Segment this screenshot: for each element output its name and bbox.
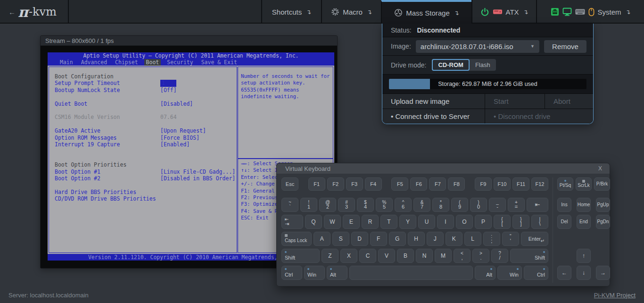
key-f5[interactable]: F5 — [391, 177, 408, 191]
key-a[interactable]: A — [314, 232, 330, 246]
mode-cdrom-button[interactable]: CD-ROM — [432, 59, 469, 71]
key-k[interactable]: K — [446, 232, 462, 246]
key-2[interactable]: @2 — [319, 198, 336, 212]
key-alt-right[interactable]: Alt — [475, 266, 495, 280]
key-home[interactable]: Home — [577, 198, 591, 212]
key-semicolon[interactable]: :; — [483, 232, 500, 246]
menu-macro[interactable]: Macro ↴ — [321, 0, 381, 24]
key-f6[interactable]: F6 — [410, 177, 427, 191]
key-1[interactable]: !1 — [300, 198, 317, 212]
remove-image-button[interactable]: Remove — [544, 40, 586, 53]
keyboard-window-titlebar[interactable]: Virtual Keyboard X — [277, 163, 610, 174]
key-0[interactable]: )0 — [470, 198, 487, 212]
key-f11[interactable]: F11 — [512, 177, 529, 191]
key-arrow-left[interactable]: ← — [557, 266, 571, 280]
key-y[interactable]: Y — [399, 215, 416, 229]
key-w[interactable]: W — [324, 215, 341, 229]
disconnect-drive-button[interactable]: • Disconnect drive — [485, 109, 593, 124]
key-j[interactable]: J — [427, 232, 444, 246]
key-d[interactable]: D — [351, 232, 368, 246]
menu-shortcuts[interactable]: Shortcuts ↴ — [261, 0, 321, 24]
key-z[interactable]: Z — [322, 249, 339, 263]
key-print-screen[interactable]: Pt/Sq — [557, 177, 573, 191]
image-select[interactable]: archlinux-2018.07.01-i686.iso ▼ — [416, 40, 539, 53]
key-9[interactable]: (9 — [451, 198, 468, 212]
key-8[interactable]: *8 — [432, 198, 449, 212]
key-esc[interactable]: Esc — [281, 177, 298, 191]
key-5[interactable]: %5 — [376, 198, 393, 212]
key-tab[interactable]: ⇤⇥ — [281, 215, 303, 229]
key-space[interactable] — [349, 266, 473, 280]
key-backquote[interactable]: ~` — [281, 198, 298, 212]
key-ctrl-right[interactable]: Ctrl — [524, 266, 548, 280]
key-g[interactable]: G — [389, 232, 406, 246]
app-logo[interactable]: π-kvm — [18, 0, 57, 24]
key-s[interactable]: S — [332, 232, 349, 246]
key-arrow-right[interactable]: → — [596, 266, 610, 280]
key-page-up[interactable]: PgUp — [596, 198, 610, 212]
key-r[interactable]: R — [362, 215, 379, 229]
key-f2[interactable]: F2 — [327, 177, 344, 191]
key-enter[interactable]: Enter↵ — [521, 232, 548, 246]
key-delete[interactable]: Del — [557, 215, 571, 229]
mode-flash-button[interactable]: Flash — [470, 59, 496, 71]
key-4[interactable]: $4 — [357, 198, 374, 212]
menu-system[interactable]: System ↴ — [536, 0, 644, 24]
key-bracket-left[interactable]: {[ — [494, 215, 511, 229]
key-n[interactable]: N — [416, 249, 433, 263]
key-quote[interactable]: "' — [502, 232, 519, 246]
key-b[interactable]: B — [397, 249, 414, 263]
connect-drive-button[interactable]: • Connect drive to Server — [382, 109, 485, 124]
key-m[interactable]: M — [435, 249, 452, 263]
upload-abort-button[interactable]: Abort — [545, 94, 593, 109]
key-f3[interactable]: F3 — [346, 177, 363, 191]
stream-window-titlebar[interactable]: Stream – 800x600 / 1 fps — [41, 36, 337, 46]
key-x[interactable]: X — [340, 249, 357, 263]
key-arrow-up[interactable]: ↑ — [577, 249, 591, 263]
key-minus[interactable]: _- — [489, 198, 506, 212]
key-alt-left[interactable]: Alt — [327, 266, 347, 280]
key-bracket-right[interactable]: }] — [512, 215, 529, 229]
key-period[interactable]: >. — [472, 249, 489, 263]
close-icon[interactable]: X — [598, 165, 602, 172]
key-i[interactable]: I — [437, 215, 454, 229]
pikvm-project-link[interactable]: Pi-KVM Project — [594, 292, 636, 299]
key-shift-left[interactable]: Shift — [281, 249, 320, 263]
key-page-down[interactable]: PgDn — [596, 215, 610, 229]
key-f8[interactable]: F8 — [448, 177, 465, 191]
key-backspace[interactable]: ⇤ — [527, 198, 548, 212]
upload-new-image-button[interactable]: Upload new image — [382, 94, 485, 109]
key-f9[interactable]: F9 — [475, 177, 492, 191]
key-slash[interactable]: ?/ — [491, 249, 508, 263]
key-f12[interactable]: F12 — [531, 177, 548, 191]
back-arrow-icon[interactable]: ← — [8, 0, 16, 24]
key-shift-right[interactable]: Shift — [510, 249, 548, 263]
key-scroll-lock[interactable]: ScrLk — [576, 177, 592, 191]
key-c[interactable]: C — [359, 249, 376, 263]
key-h[interactable]: H — [408, 232, 425, 246]
key-win-left[interactable]: Win — [304, 266, 325, 280]
menu-atx[interactable]: ATX ↴ — [471, 0, 536, 24]
upload-start-button[interactable]: Start — [485, 94, 545, 109]
key-l[interactable]: L — [464, 232, 481, 246]
key-insert[interactable]: Ins — [557, 198, 571, 212]
key-t[interactable]: T — [380, 215, 397, 229]
key-caps-lock[interactable]: Caps Lock — [281, 232, 312, 246]
key-p[interactable]: P — [475, 215, 492, 229]
key-f1[interactable]: F1 — [308, 177, 325, 191]
key-backslash[interactable]: |\ — [531, 215, 548, 229]
key-u[interactable]: U — [418, 215, 435, 229]
key-f7[interactable]: F7 — [429, 177, 446, 191]
key-v[interactable]: V — [378, 249, 395, 263]
key-6[interactable]: ^6 — [395, 198, 412, 212]
key-end[interactable]: End — [577, 215, 591, 229]
key-win-right[interactable]: Win — [497, 266, 522, 280]
key-e[interactable]: E — [343, 215, 360, 229]
key-o[interactable]: O — [456, 215, 473, 229]
key-3[interactable]: #3 — [338, 198, 355, 212]
key-f4[interactable]: F4 — [365, 177, 382, 191]
key-pause-break[interactable]: P/Brk — [594, 177, 610, 191]
key-f[interactable]: F — [370, 232, 387, 246]
key-equal[interactable]: += — [508, 198, 525, 212]
key-q[interactable]: Q — [305, 215, 322, 229]
